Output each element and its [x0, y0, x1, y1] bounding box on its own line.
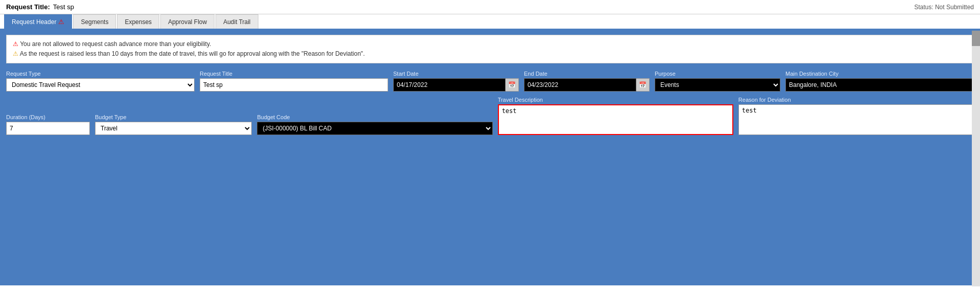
purpose-select[interactable]: Events: [655, 78, 780, 92]
reason-deviation-textarea[interactable]: test: [738, 104, 974, 135]
travel-description-textarea[interactable]: test: [498, 104, 733, 135]
duration-field: Duration (Days): [6, 114, 90, 135]
error-message: ⚠ You are not allowed to request cash ad…: [13, 39, 967, 49]
request-title-label: Request Title:: [6, 3, 50, 11]
budget-type-label: Budget Type: [95, 114, 252, 120]
main-destination-field: Main Destination City: [785, 71, 974, 92]
top-bar: Request Title: Test sp Status: Not Submi…: [0, 0, 980, 14]
tab-error-icon: ⚠: [58, 18, 64, 26]
form-row-1: Request Type Domestic Travel Request Req…: [6, 71, 974, 92]
scrollbar-thumb[interactable]: [972, 31, 980, 46]
reason-deviation-label: Reason for Deviation: [738, 97, 974, 103]
start-date-calendar-btn[interactable]: 📅: [506, 78, 519, 92]
purpose-label: Purpose: [655, 71, 780, 77]
main-destination-input[interactable]: [785, 78, 974, 92]
duration-input[interactable]: [6, 122, 90, 135]
request-type-field: Request Type Domestic Travel Request: [6, 71, 195, 92]
status-value: Not Submitted: [935, 4, 974, 11]
budget-code-select[interactable]: (JSI-000000) BL Bill CAD: [257, 122, 492, 135]
warning-message: ⚠ As the request is raised less than 10 …: [13, 49, 967, 59]
request-title-value: Test sp: [53, 3, 74, 11]
main-content: ⚠ You are not allowed to request cash ad…: [0, 30, 980, 285]
status-label: Status:: [914, 4, 933, 11]
start-date-field: Start Date 📅: [393, 71, 519, 92]
request-type-select[interactable]: Domestic Travel Request: [6, 78, 195, 92]
tab-approval-flow-label: Approval Flow: [168, 18, 207, 26]
reason-deviation-field: Reason for Deviation test: [738, 97, 974, 135]
request-title-input[interactable]: [200, 78, 388, 92]
scrollbar[interactable]: [972, 31, 980, 286]
main-destination-label: Main Destination City: [785, 71, 974, 77]
travel-description-label: Travel Description: [498, 97, 733, 103]
form-row-2: Duration (Days) Budget Type Travel Budge…: [6, 97, 974, 135]
employee-info-section: Employee Cost Center 01DT102A Employee C…: [0, 285, 980, 291]
tab-expenses[interactable]: Expenses: [117, 14, 159, 29]
request-type-label: Request Type: [6, 71, 195, 77]
end-date-calendar-btn[interactable]: 📅: [636, 78, 650, 92]
tabs-container: Request Header ⚠ Segments Expenses Appro…: [0, 14, 980, 30]
request-title-form-label: Request Title: [200, 71, 388, 77]
end-date-field: End Date 📅: [524, 71, 650, 92]
request-title-field: Request Title: [200, 71, 388, 92]
budget-code-field: Budget Code (JSI-000000) BL Bill CAD: [257, 114, 492, 135]
tab-audit-trail[interactable]: Audit Trail: [216, 14, 258, 29]
tab-request-header-label: Request Header: [12, 18, 56, 26]
end-date-label: End Date: [524, 71, 650, 77]
tab-expenses-label: Expenses: [125, 18, 152, 26]
purpose-field: Purpose Events: [655, 71, 780, 92]
duration-label: Duration (Days): [6, 114, 90, 120]
start-date-label: Start Date: [393, 71, 519, 77]
travel-description-field: Travel Description test: [498, 97, 733, 135]
start-date-input[interactable]: [393, 78, 506, 92]
warning-icon: ⚠: [13, 50, 18, 57]
error-icon: ⚠: [13, 40, 18, 48]
tab-request-header[interactable]: Request Header ⚠: [4, 14, 72, 29]
tab-audit-trail-label: Audit Trail: [223, 18, 250, 26]
budget-code-label: Budget Code: [257, 114, 492, 120]
budget-type-select[interactable]: Travel: [95, 122, 252, 135]
warning-banner: ⚠ You are not allowed to request cash ad…: [6, 35, 974, 63]
tab-segments[interactable]: Segments: [73, 14, 116, 29]
budget-type-field: Budget Type Travel: [95, 114, 252, 135]
tab-approval-flow[interactable]: Approval Flow: [160, 14, 214, 29]
tab-segments-label: Segments: [81, 18, 108, 26]
end-date-input[interactable]: [524, 78, 636, 92]
